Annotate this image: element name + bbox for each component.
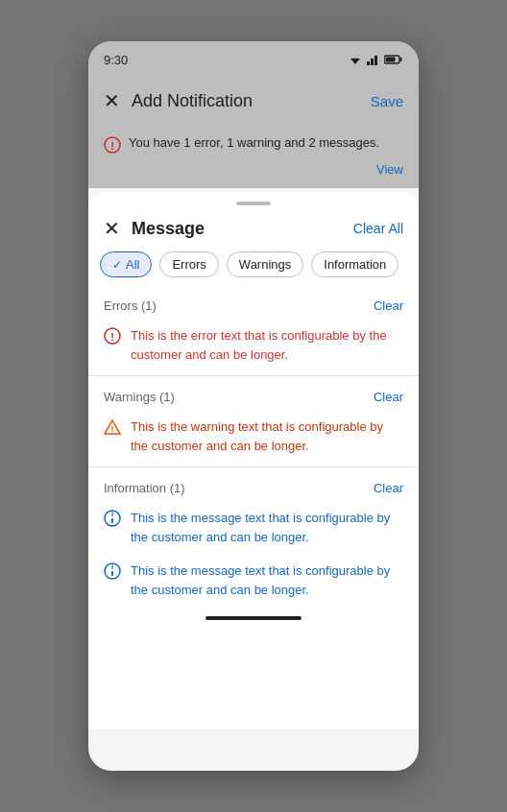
divider-2	[88, 466, 419, 467]
info-message-text-1: This is the message text that is configu…	[131, 509, 403, 546]
save-button[interactable]: Save	[371, 93, 403, 109]
check-icon: ✓	[112, 258, 122, 272]
svg-rect-7	[400, 58, 402, 61]
warnings-clear-button[interactable]: Clear	[374, 390, 403, 404]
svg-rect-2	[367, 61, 370, 65]
filter-chips: ✓ All Errors Warnings Information	[88, 251, 419, 289]
svg-rect-20	[111, 571, 113, 576]
info-icon-2: i	[104, 562, 121, 585]
errors-clear-button[interactable]: Clear	[374, 299, 403, 313]
bottom-sheet: ✕ Message Clear All ✓ All Errors Warning…	[88, 192, 419, 729]
status-time: 9:30	[104, 53, 128, 67]
svg-text:!: !	[110, 331, 114, 343]
svg-rect-4	[374, 56, 377, 65]
top-app-bar: ✕ Add Notification Save	[88, 76, 419, 126]
errors-section-label: Errors (1)	[104, 299, 157, 313]
chip-errors[interactable]: Errors	[159, 251, 218, 277]
error-banner: ! You have 1 error, 1 warning and 2 mess…	[88, 126, 419, 188]
svg-text:!: !	[111, 424, 114, 434]
chip-warnings[interactable]: Warnings	[227, 251, 303, 277]
status-bar: 9:30	[88, 41, 419, 76]
view-button[interactable]: View	[104, 158, 403, 182]
chip-all-label: All	[126, 257, 139, 272]
warnings-section-header: Warnings (1) Clear	[88, 380, 419, 410]
info-icon-1: i	[104, 510, 121, 532]
sheet-header: ✕ Message Clear All	[88, 209, 419, 251]
svg-rect-8	[386, 58, 396, 62]
sheet-handle-row	[88, 192, 419, 209]
phone-frame: 9:30 ✕ Add Notification	[88, 41, 419, 771]
battery-icon	[384, 54, 403, 65]
signal-icon	[367, 54, 380, 65]
error-icon: !	[104, 327, 121, 349]
svg-text:i: i	[111, 510, 113, 518]
chip-information-label: Information	[324, 257, 386, 272]
status-icons	[348, 54, 403, 65]
chip-errors-label: Errors	[172, 257, 205, 272]
information-section-header: Information (1) Clear	[88, 471, 419, 501]
error-circle-icon: !	[104, 136, 121, 154]
errors-section-header: Errors (1) Clear	[88, 289, 419, 319]
information-section-label: Information (1)	[104, 481, 185, 495]
sheet-title: Message	[132, 219, 353, 239]
svg-text:i: i	[111, 562, 113, 571]
svg-rect-5	[378, 54, 380, 65]
error-banner-icon: !	[104, 136, 121, 158]
error-message-text: This is the error text that is configura…	[131, 326, 403, 364]
sheet-close-button[interactable]: ✕	[104, 217, 120, 240]
information-clear-button[interactable]: Clear	[374, 481, 403, 495]
warning-message-item: ! This is the warning text that is confi…	[88, 410, 419, 463]
warning-icon: !	[104, 418, 121, 441]
svg-rect-3	[371, 59, 374, 65]
svg-text:!: !	[110, 140, 114, 152]
info-message-item-1: i This is the message text that is confi…	[88, 501, 419, 554]
warnings-section-label: Warnings (1)	[104, 390, 175, 404]
info-message-item-2: i This is the message text that is confi…	[88, 554, 419, 607]
chip-information[interactable]: Information	[311, 251, 398, 277]
sheet-handle	[236, 202, 271, 205]
bottom-nav-bar	[205, 616, 302, 620]
close-button[interactable]: ✕	[104, 91, 120, 110]
chip-all[interactable]: ✓ All	[100, 251, 152, 277]
clear-all-button[interactable]: Clear All	[353, 221, 403, 236]
chip-warnings-label: Warnings	[239, 257, 291, 272]
svg-rect-17	[111, 518, 113, 523]
wifi-icon	[348, 54, 363, 65]
page-title: Add Notification	[132, 91, 371, 111]
divider-1	[88, 375, 419, 376]
info-message-text-2: This is the message text that is configu…	[131, 561, 403, 599]
error-message-item: ! This is the error text that is configu…	[88, 319, 419, 371]
error-banner-text: You have 1 error, 1 warning and 2 messag…	[129, 135, 403, 150]
warning-message-text: This is the warning text that is configu…	[131, 418, 403, 455]
bottom-nav-row	[88, 607, 419, 624]
